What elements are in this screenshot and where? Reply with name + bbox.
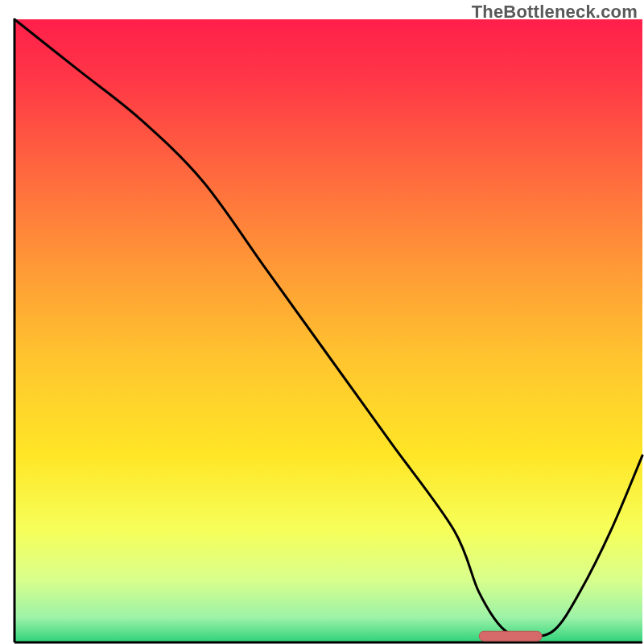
optimal-range-marker <box>479 631 542 641</box>
plot-background <box>14 19 642 642</box>
chart-svg <box>0 0 644 644</box>
chart-stage: TheBottleneck.com <box>0 0 644 644</box>
